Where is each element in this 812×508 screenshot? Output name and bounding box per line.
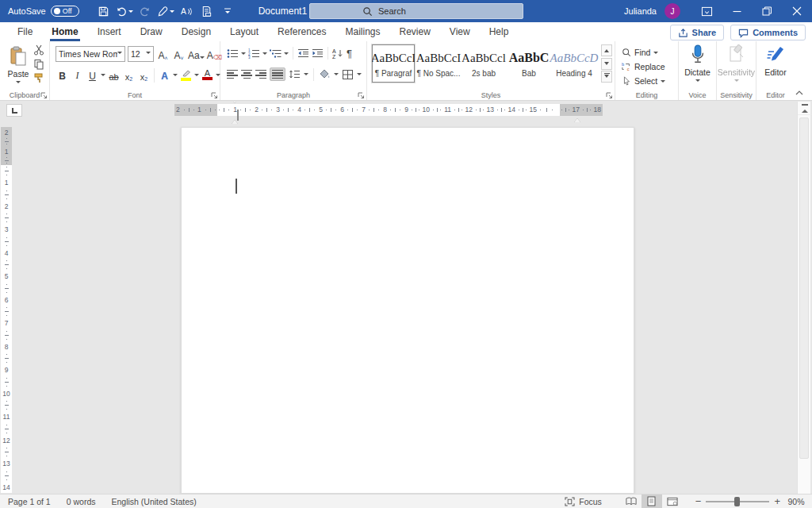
cut-button[interactable]: [33, 44, 44, 56]
styles-dialog-launcher[interactable]: [605, 91, 613, 99]
change-case-button[interactable]: Aa: [188, 47, 205, 62]
shrink-font-button[interactable]: A˅: [172, 47, 186, 62]
grow-font-button[interactable]: A˄: [156, 47, 170, 62]
show-hide-pilcrow-button[interactable]: ¶: [347, 48, 352, 60]
page-number-status[interactable]: Page 1 of 1: [0, 495, 59, 508]
text-effects-button[interactable]: A: [158, 67, 171, 83]
sort-button[interactable]: AZ: [332, 48, 344, 59]
zoom-out-button[interactable]: −: [695, 495, 702, 507]
superscript-button[interactable]: x2: [137, 67, 151, 83]
font-size-combo[interactable]: 12: [128, 46, 154, 62]
vertical-ruler[interactable]: 21 1234567891011121314: [1, 127, 12, 493]
highlight-color-button[interactable]: [179, 67, 193, 83]
ink-dropdown-caret[interactable]: [170, 10, 174, 15]
shading-button[interactable]: [319, 69, 331, 80]
line-spacing-button[interactable]: [289, 69, 301, 79]
tab-review[interactable]: Review: [390, 22, 440, 41]
line-spacing-caret[interactable]: [304, 73, 308, 78]
tab-home[interactable]: Home: [42, 22, 87, 41]
style-card[interactable]: AaBbCcl2s bab: [462, 44, 505, 83]
autosave-toggle[interactable]: Off: [51, 6, 79, 17]
style-card[interactable]: AaBbCcDHeading 4: [553, 44, 596, 83]
save-button[interactable]: [95, 2, 113, 20]
share-button[interactable]: Share: [670, 25, 725, 40]
dictate-button[interactable]: Dictate: [680, 41, 715, 84]
font-dialog-launcher[interactable]: [210, 91, 218, 99]
tab-insert[interactable]: Insert: [88, 22, 131, 41]
borders-button[interactable]: [342, 69, 354, 80]
print-layout-button[interactable]: [642, 495, 662, 508]
styles-more-button[interactable]: [601, 71, 612, 83]
font-color-button[interactable]: A: [201, 67, 214, 83]
bold-button[interactable]: B: [56, 67, 69, 83]
format-painter-button[interactable]: [33, 73, 44, 84]
restore-button[interactable]: [752, 0, 782, 22]
tab-help[interactable]: Help: [480, 22, 519, 41]
editor-button[interactable]: Editor: [758, 41, 793, 77]
justify-button[interactable]: [270, 67, 285, 81]
font-name-combo[interactable]: Times New Roma: [56, 46, 125, 62]
avatar[interactable]: J: [665, 3, 680, 19]
horizontal-ruler[interactable]: 21 123456789101112131415 1718: [174, 104, 603, 116]
zoom-slider-handle[interactable]: [734, 497, 740, 506]
paragraph-dialog-launcher[interactable]: [357, 91, 365, 99]
focus-mode-button[interactable]: Focus: [557, 495, 610, 508]
scroll-top-button[interactable]: [798, 102, 811, 115]
strikethrough-button[interactable]: ab: [107, 67, 121, 83]
read-aloud-button[interactable]: A: [178, 2, 195, 20]
undo-dropdown-caret[interactable]: [128, 10, 133, 15]
styles-scroll-up-button[interactable]: [601, 44, 612, 56]
bullets-caret[interactable]: [241, 52, 246, 57]
tab-file[interactable]: File: [8, 22, 42, 41]
scrollbar-thumb[interactable]: [799, 117, 809, 459]
select-button[interactable]: Select: [622, 75, 665, 87]
tab-view[interactable]: View: [440, 22, 480, 41]
comments-button[interactable]: Comments: [730, 25, 806, 40]
borders-caret[interactable]: [357, 73, 362, 78]
numbering-caret[interactable]: [262, 52, 267, 57]
draw-touch-button[interactable]: [157, 2, 174, 20]
zoom-in-button[interactable]: +: [774, 495, 780, 507]
align-center-button[interactable]: [241, 70, 252, 79]
tab-draw[interactable]: Draw: [131, 22, 172, 41]
style-card[interactable]: AaBbCcI¶ No Spac...: [417, 44, 460, 83]
print-preview-button[interactable]: [198, 2, 216, 20]
undo-button[interactable]: [116, 2, 133, 20]
web-layout-button[interactable]: [662, 495, 683, 508]
paste-dropdown-caret[interactable]: [16, 81, 21, 86]
bullets-button[interactable]: [227, 48, 239, 59]
read-mode-button[interactable]: [621, 495, 642, 508]
numbering-button[interactable]: 123: [248, 48, 260, 59]
align-left-button[interactable]: [227, 70, 238, 79]
hanging-indent-marker[interactable]: [232, 110, 238, 120]
tab-mailings[interactable]: Mailings: [335, 22, 389, 41]
zoom-slider[interactable]: [706, 501, 769, 502]
subscript-button[interactable]: x2: [122, 67, 136, 83]
collapse-ribbon-button[interactable]: [795, 87, 803, 97]
text-effects-caret[interactable]: [173, 74, 178, 79]
tab-layout[interactable]: Layout: [220, 22, 268, 41]
underline-button[interactable]: U: [86, 67, 99, 83]
customize-qat-button[interactable]: [219, 2, 236, 20]
multilevel-list-button[interactable]: [270, 48, 282, 59]
align-right-button[interactable]: [255, 70, 266, 79]
user-name[interactable]: Julianda: [624, 6, 657, 16]
word-count-status[interactable]: 0 words: [59, 495, 104, 508]
ribbon-display-options-button[interactable]: [691, 0, 722, 22]
right-indent-marker[interactable]: [574, 109, 580, 118]
vertical-scrollbar[interactable]: [797, 102, 810, 494]
clipboard-dialog-launcher[interactable]: [40, 91, 48, 99]
style-card[interactable]: AaBbCcI¶ Paragraf: [372, 44, 415, 83]
copy-button[interactable]: [33, 59, 44, 70]
find-button[interactable]: Find: [622, 46, 665, 59]
paste-button[interactable]: Paste: [5, 43, 32, 86]
tab-stop-selector[interactable]: [6, 104, 22, 117]
style-card[interactable]: AaBbCBab: [508, 44, 550, 83]
minimize-button[interactable]: [722, 0, 752, 22]
autosave-control[interactable]: AutoSave Off: [8, 6, 79, 17]
language-status[interactable]: English (United States): [103, 495, 204, 508]
search-input[interactable]: Search: [309, 3, 523, 19]
shading-caret[interactable]: [334, 73, 339, 78]
increase-indent-button[interactable]: [312, 48, 324, 59]
underline-caret[interactable]: [101, 74, 105, 79]
